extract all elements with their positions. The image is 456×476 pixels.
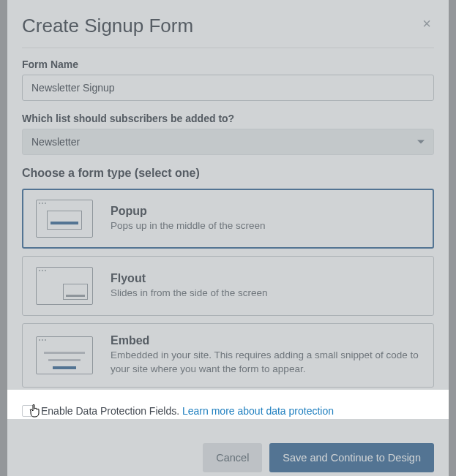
chevron-down-icon	[417, 140, 425, 144]
flyout-text: Flyout Slides in from the side of the sc…	[111, 272, 420, 301]
list-select-label: Which list should subscribers be added t…	[22, 113, 434, 124]
list-select-value: Newsletter	[31, 136, 80, 148]
modal-title: Create Signup Form	[22, 15, 193, 37]
embed-thumbnail-icon	[36, 336, 93, 374]
data-protection-checkbox[interactable]	[22, 405, 34, 417]
list-select[interactable]: Newsletter	[22, 129, 434, 155]
modal-header: Create Signup Form ×	[22, 15, 434, 48]
flyout-desc: Slides in from the side of the screen	[111, 287, 420, 301]
list-select-group: Which list should subscribers be added t…	[22, 113, 434, 155]
flyout-title: Flyout	[111, 272, 420, 285]
cancel-button[interactable]: Cancel	[203, 443, 262, 472]
data-protection-link[interactable]: Learn more about data protection	[182, 405, 334, 417]
close-icon[interactable]: ×	[419, 15, 434, 32]
popup-desc: Pops up in the middle of the screen	[111, 219, 420, 233]
data-protection-text: Enable Data Protection Fields.	[41, 405, 182, 417]
embed-desc: Embedded in your site. This requires add…	[111, 349, 420, 377]
popup-text: Popup Pops up in the middle of the scree…	[111, 205, 420, 233]
form-name-group: Form Name	[22, 58, 434, 101]
form-type-option-popup[interactable]: Popup Pops up in the middle of the scree…	[22, 189, 434, 249]
form-type-option-flyout[interactable]: Flyout Slides in from the side of the sc…	[22, 256, 434, 316]
form-name-label: Form Name	[22, 58, 434, 70]
modal-footer: Cancel Save and Continue to Design	[22, 443, 434, 472]
embed-title: Embed	[111, 334, 420, 347]
data-protection-label: Enable Data Protection Fields. Learn mor…	[41, 405, 334, 417]
form-type-heading: Choose a form type (select one)	[22, 167, 434, 180]
save-continue-button[interactable]: Save and Continue to Design	[269, 443, 434, 472]
flyout-thumbnail-icon	[36, 267, 93, 305]
popup-title: Popup	[111, 205, 420, 218]
embed-text: Embed Embedded in your site. This requir…	[111, 334, 420, 377]
form-type-option-embed[interactable]: Embed Embedded in your site. This requir…	[22, 323, 434, 388]
create-signup-modal: Create Signup Form × Form Name Which lis…	[7, 0, 449, 476]
data-protection-row: Enable Data Protection Fields. Learn mor…	[22, 395, 434, 427]
form-name-input[interactable]	[22, 75, 434, 101]
popup-thumbnail-icon	[36, 200, 93, 238]
